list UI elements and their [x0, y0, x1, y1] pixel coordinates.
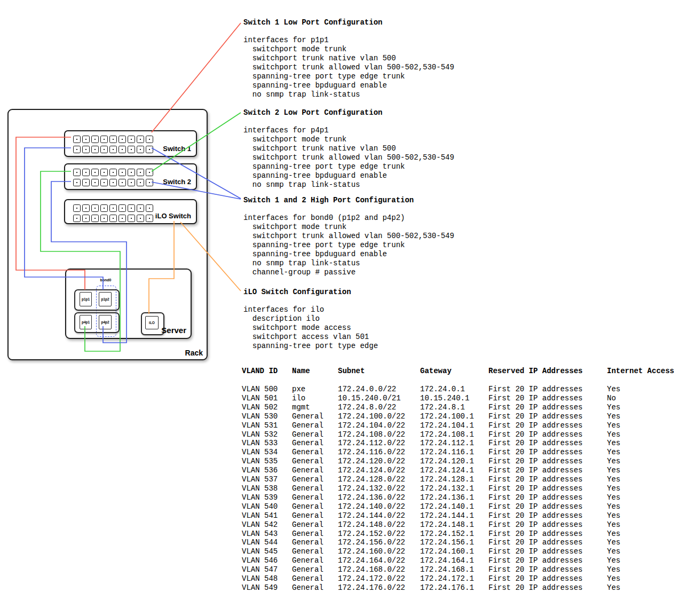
vlan-reserved-cell: First 20 IP addresses: [488, 520, 607, 530]
switch-port: [128, 136, 135, 143]
vlan-internet-cell: Yes: [607, 385, 687, 394]
vlan-id-cell: VLAN 544: [242, 538, 292, 547]
vlan-subnet-cell: 10.15.240.0/21: [338, 394, 420, 403]
vlan-id-cell: VLAN 540: [242, 502, 292, 511]
config-block: Switch 1 and 2 High Port Configuration i…: [243, 196, 478, 277]
config-block-body: interfaces for p1p1 switchport mode trun…: [243, 36, 478, 99]
switch-port: [82, 146, 90, 153]
vlan-subnet-cell: 172.24.172.0/22: [338, 574, 420, 583]
switch-port: [100, 215, 108, 222]
switch-port: [100, 146, 108, 153]
switch-port: [119, 204, 126, 212]
ilo-switch-port-row-1: [73, 204, 153, 212]
server-box: bond0 p1p1 p1p2 p4p1 p4p2 iLO Server: [65, 268, 192, 339]
ilo-port: iLO: [145, 316, 159, 329]
switch-port: [137, 179, 144, 186]
vlan-gateway-cell: 172.24.164.1: [420, 556, 488, 565]
config-block-title: Switch 1 Low Port Configuration: [243, 18, 478, 27]
vlan-table-row: VLAN 543 General 172.24.152.0/22 172.24.…: [242, 530, 687, 539]
switch-port: [119, 215, 126, 222]
switch-port: [109, 179, 117, 186]
vlan-id-cell: VLAN 539: [242, 493, 292, 502]
vlan-name-cell: General: [292, 421, 338, 430]
config-block: iLO Switch Configuration interfaces for …: [243, 288, 478, 351]
switch-1-box: Switch 1: [64, 130, 197, 157]
vlan-reserved-cell: First 20 IP addresses: [488, 394, 607, 403]
rack-label: Rack: [185, 349, 203, 357]
vlan-id-cell: VLAN 541: [242, 511, 292, 520]
vlan-subnet-cell: 172.24.100.0/22: [338, 412, 420, 421]
vlan-gateway-cell: 172.24.120.1: [420, 457, 488, 466]
switch-port: [73, 179, 81, 186]
vlan-table-row: VLAN 549 General 172.24.176.0/22 172.24.…: [242, 583, 687, 593]
vlan-reserved-cell: First 20 IP addresses: [488, 502, 607, 511]
vlan-internet-cell: Yes: [607, 538, 687, 547]
vlan-name-cell: General: [292, 493, 338, 502]
vlan-table-row: VLAN 542 General 172.24.148.0/22 172.24.…: [242, 520, 687, 530]
vlan-reserved-cell: First 20 IP addresses: [488, 493, 607, 502]
switch-port: [82, 136, 90, 143]
vlan-gateway-cell: 172.24.156.1: [420, 538, 488, 547]
vlan-reserved-cell: First 20 IP addresses: [488, 457, 607, 466]
vlan-id-cell: VLAN 547: [242, 565, 292, 574]
vlan-reserved-cell: First 20 IP addresses: [488, 530, 607, 539]
vlan-name-cell: General: [292, 457, 338, 466]
vlan-gateway-cell: 172.24.148.1: [420, 520, 488, 530]
switch-port: [82, 215, 90, 222]
switch-port: [109, 146, 117, 153]
vlan-id-cell: VLAN 543: [242, 530, 292, 539]
vlan-table-row: VLAN 531 General 172.24.104.0/22 172.24.…: [242, 421, 687, 430]
switch-port: [82, 179, 90, 186]
switch-port: [73, 169, 81, 176]
vlan-gateway-cell: 172.24.0.1: [420, 385, 488, 394]
switch-port: [119, 146, 126, 153]
vlan-header-cell: Subnet: [338, 367, 420, 376]
vlan-gateway-cell: 172.24.140.1: [420, 502, 488, 511]
vlan-id-cell: VLAN 546: [242, 556, 292, 565]
vlan-gateway-cell: 172.24.160.1: [420, 547, 488, 556]
vlan-internet-cell: Yes: [607, 565, 687, 574]
switch-port: [91, 169, 99, 176]
vlan-gateway-cell: 172.24.144.1: [420, 511, 488, 520]
vlan-subnet-cell: 172.24.164.0/22: [338, 556, 420, 565]
vlan-name-cell: General: [292, 530, 338, 539]
vlan-subnet-cell: 172.24.132.0/22: [338, 484, 420, 493]
switch-2-port-row-1: [73, 169, 153, 176]
vlan-id-cell: VLAN 502: [242, 403, 292, 412]
vlan-id-cell: VLAN 501: [242, 394, 292, 403]
ilo-switch-port-row-2: [73, 215, 153, 222]
vlan-reserved-cell: First 20 IP addresses: [488, 403, 607, 412]
switch-port: [146, 136, 153, 143]
vlan-name-cell: General: [292, 556, 338, 565]
switch-port: [137, 169, 144, 176]
vlan-id-cell: VLAN 536: [242, 466, 292, 475]
vlan-id-cell: VLAN 533: [242, 439, 292, 448]
vlan-internet-cell: Yes: [607, 475, 687, 484]
switch-2-box: Switch 2: [64, 163, 197, 190]
server-label: Server: [161, 326, 186, 335]
vlan-internet-cell: Yes: [607, 457, 687, 466]
vlan-subnet-cell: 172.24.112.0/22: [338, 439, 420, 448]
vlan-id-cell: VLAN 549: [242, 583, 292, 593]
vlan-internet-cell: Yes: [607, 403, 687, 412]
switch-port: [109, 169, 117, 176]
vlan-gateway-cell: 172.24.116.1: [420, 448, 488, 457]
switch-port: [100, 179, 108, 186]
vlan-id-cell: VLAN 530: [242, 412, 292, 421]
switch-port: [146, 179, 153, 186]
switch-port: [91, 179, 99, 186]
config-block-body: interfaces for p4p1 switchport mode trun…: [243, 126, 478, 189]
vlan-table-row: VLAN 544 General 172.24.156.0/22 172.24.…: [242, 538, 687, 547]
vlan-reserved-cell: First 20 IP addresses: [488, 448, 607, 457]
vlan-id-cell: VLAN 545: [242, 547, 292, 556]
nic-p1p2: p1p2: [99, 292, 112, 306]
vlan-name-cell: General: [292, 538, 338, 547]
vlan-table-row: VLAN 536 General 172.24.124.0/22 172.24.…: [242, 466, 687, 475]
vlan-gateway-cell: 172.24.128.1: [420, 475, 488, 484]
config-block-title: iLO Switch Configuration: [243, 288, 478, 297]
vlan-subnet-cell: 172.24.168.0/22: [338, 565, 420, 574]
switch-port: [119, 136, 126, 143]
vlan-id-cell: VLAN 548: [242, 574, 292, 583]
vlan-internet-cell: Yes: [607, 502, 687, 511]
vlan-id-cell: VLAN 542: [242, 520, 292, 530]
